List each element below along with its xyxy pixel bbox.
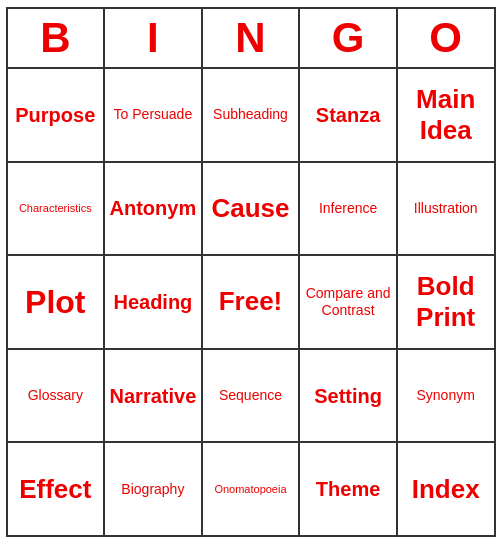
cell-label: Main Idea (402, 84, 490, 146)
cell-label: Inference (319, 200, 377, 217)
bingo-cell-2-0: Plot (8, 256, 106, 348)
bingo-cell-4-3: Theme (300, 443, 398, 535)
bingo-cell-1-0: Characteristics (8, 163, 106, 255)
bingo-row-2: PlotHeadingFree!Compare and ContrastBold… (8, 256, 494, 350)
bingo-cell-0-4: Main Idea (398, 69, 494, 161)
cell-label: Bold Print (402, 271, 490, 333)
cell-label: Setting (314, 384, 382, 408)
bingo-card: BINGO PurposeTo PersuadeSubheadingStanza… (6, 7, 496, 537)
cell-label: Plot (25, 283, 85, 321)
bingo-row-3: GlossaryNarrativeSequenceSettingSynonym (8, 350, 494, 444)
header-letter: G (300, 9, 398, 67)
bingo-row-4: EffectBiographyOnomatopoeiaThemeIndex (8, 443, 494, 535)
cell-label: Subheading (213, 106, 288, 123)
cell-label: Synonym (416, 387, 474, 404)
cell-label: Stanza (316, 103, 380, 127)
bingo-cell-3-1: Narrative (105, 350, 203, 442)
bingo-cell-2-4: Bold Print (398, 256, 494, 348)
cell-label: Heading (113, 290, 192, 314)
bingo-cell-3-0: Glossary (8, 350, 106, 442)
cell-label: Theme (316, 477, 380, 501)
bingo-cell-2-1: Heading (105, 256, 203, 348)
cell-label: To Persuade (114, 106, 193, 123)
bingo-cell-3-2: Sequence (203, 350, 301, 442)
bingo-cell-2-3: Compare and Contrast (300, 256, 398, 348)
cell-label: Characteristics (19, 202, 92, 215)
cell-label: Antonym (110, 196, 197, 220)
bingo-cell-1-4: Illustration (398, 163, 494, 255)
cell-label: Cause (211, 193, 289, 224)
bingo-cell-1-1: Antonym (105, 163, 203, 255)
bingo-cell-4-1: Biography (105, 443, 203, 535)
bingo-cell-1-2: Cause (203, 163, 301, 255)
header-letter: O (398, 9, 494, 67)
bingo-row-1: CharacteristicsAntonymCauseInferenceIllu… (8, 163, 494, 257)
bingo-header: BINGO (8, 9, 494, 69)
cell-label: Free! (219, 286, 283, 317)
bingo-row-0: PurposeTo PersuadeSubheadingStanzaMain I… (8, 69, 494, 163)
bingo-cell-2-2: Free! (203, 256, 301, 348)
bingo-cell-3-3: Setting (300, 350, 398, 442)
bingo-cell-4-4: Index (398, 443, 494, 535)
bingo-cell-0-0: Purpose (8, 69, 106, 161)
cell-label: Glossary (28, 387, 83, 404)
header-letter: I (105, 9, 203, 67)
bingo-cell-4-0: Effect (8, 443, 106, 535)
cell-label: Index (412, 474, 480, 505)
bingo-cell-0-1: To Persuade (105, 69, 203, 161)
cell-label: Sequence (219, 387, 282, 404)
bingo-cell-1-3: Inference (300, 163, 398, 255)
cell-label: Onomatopoeia (214, 483, 286, 496)
bingo-cell-4-2: Onomatopoeia (203, 443, 301, 535)
cell-label: Compare and Contrast (304, 285, 392, 319)
cell-label: Narrative (110, 384, 197, 408)
cell-label: Illustration (414, 200, 478, 217)
cell-label: Biography (121, 481, 184, 498)
header-letter: N (203, 9, 301, 67)
bingo-cell-0-2: Subheading (203, 69, 301, 161)
cell-label: Effect (19, 474, 91, 505)
cell-label: Purpose (15, 103, 95, 127)
header-letter: B (8, 9, 106, 67)
bingo-cell-0-3: Stanza (300, 69, 398, 161)
bingo-grid: PurposeTo PersuadeSubheadingStanzaMain I… (8, 69, 494, 535)
bingo-cell-3-4: Synonym (398, 350, 494, 442)
